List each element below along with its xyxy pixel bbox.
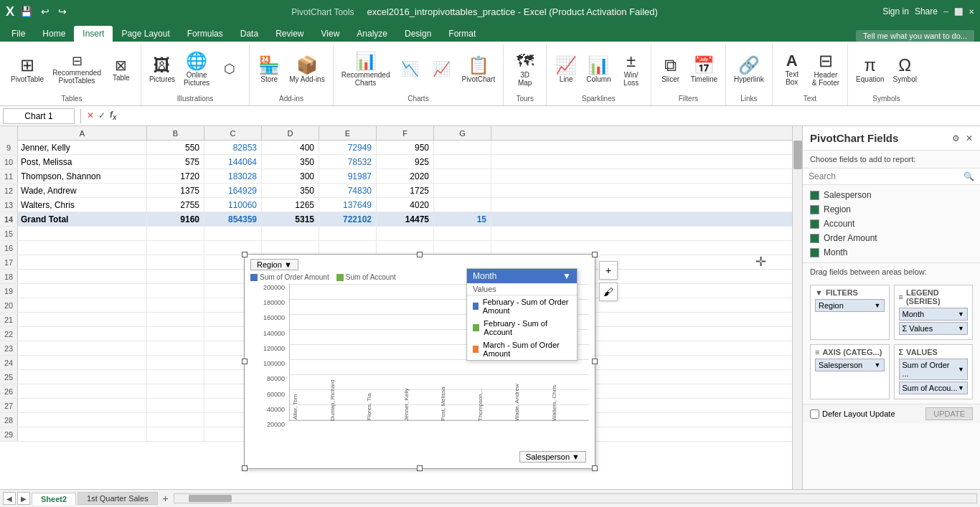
hyperlink-button[interactable]: 🔗 Hyperlink — [730, 55, 768, 85]
cell-14f[interactable]: 14475 — [377, 212, 434, 226]
tab-analyze[interactable]: Analyze — [348, 26, 396, 42]
rp-close-icon[interactable]: ✕ — [966, 133, 973, 143]
equation-button[interactable]: π Equation — [852, 55, 887, 85]
minimize-icon[interactable]: ─ — [943, 8, 948, 16]
pictures-button[interactable]: 🖼 Pictures — [146, 55, 179, 85]
cell-14b[interactable]: 9160 — [147, 212, 204, 226]
resize-handle-tc[interactable] — [417, 252, 423, 257]
cell-9a[interactable]: Jenner, Kelly — [18, 141, 147, 154]
cell-14d[interactable]: 5315 — [262, 212, 319, 226]
cell-14a[interactable]: Grand Total — [18, 212, 147, 226]
resize-handle-tl[interactable] — [242, 252, 248, 257]
dropdown-item-3[interactable]: March - Sum of Order Amount — [467, 338, 577, 360]
dropdown-filter-icon[interactable]: ▼ — [562, 271, 571, 281]
slicer-button[interactable]: ⧉ Slicer — [656, 55, 686, 85]
cell-13a[interactable]: Walters, Chris — [18, 198, 147, 212]
cancel-icon[interactable]: ✕ — [87, 110, 94, 120]
redo-icon[interactable]: ↪ — [58, 6, 67, 17]
shapes-button[interactable]: ⬡ — [215, 60, 245, 79]
cell-13c[interactable]: 110060 — [204, 198, 262, 212]
sheet-tab-1st-quarter[interactable]: 1st Quarter Sales — [77, 492, 158, 505]
region-filter-button[interactable]: Region ▼ — [250, 259, 298, 270]
cell-10a[interactable]: Post, Melissa — [18, 155, 147, 169]
cell-15a[interactable] — [18, 227, 147, 240]
tab-format[interactable]: Format — [440, 26, 484, 42]
rp-search-input[interactable] — [809, 171, 963, 181]
cell-9e[interactable]: 72949 — [319, 141, 377, 154]
store-button[interactable]: 🏪 Store — [254, 55, 284, 85]
cell-11b[interactable]: 1720 — [147, 169, 204, 183]
cell-12f[interactable]: 1725 — [377, 184, 434, 197]
filters-item-region[interactable]: Region ▼ — [815, 299, 885, 312]
cell-9d[interactable]: 400 — [262, 141, 319, 154]
cell-11a[interactable]: Thompson, Shannon — [18, 169, 147, 183]
field-account[interactable]: Account — [810, 217, 973, 231]
col-header-G[interactable]: G — [434, 126, 491, 141]
tab-view[interactable]: View — [313, 26, 349, 42]
axis-item-salesperson[interactable]: Salesperson ▼ — [815, 359, 885, 371]
resize-handle-mr[interactable] — [592, 359, 598, 364]
cell-14g[interactable]: 15 — [434, 212, 491, 226]
checkbox-order-amount[interactable] — [810, 234, 819, 243]
win-loss-button[interactable]: ± Win/Loss — [616, 50, 646, 89]
cell-9c[interactable]: 82853 — [204, 141, 262, 154]
defer-checkbox[interactable]: Defer Layout Update — [810, 409, 895, 419]
cell-11g[interactable] — [434, 169, 491, 183]
values-order-arrow[interactable]: ▼ — [958, 366, 964, 373]
close-icon[interactable]: ✕ — [969, 8, 974, 16]
cell-11d[interactable]: 300 — [262, 169, 319, 183]
cell-12b[interactable]: 1375 — [147, 184, 204, 197]
checkbox-salesperson[interactable] — [810, 191, 819, 200]
cell-10f[interactable]: 925 — [377, 155, 434, 169]
cell-12d[interactable]: 350 — [262, 184, 319, 197]
checkbox-month[interactable] — [810, 248, 819, 257]
col-header-D[interactable]: D — [262, 126, 319, 141]
pivottable-button[interactable]: ⊞ PivotTable — [7, 55, 47, 85]
tab-design[interactable]: Design — [396, 26, 440, 42]
cell-10c[interactable]: 144064 — [204, 155, 262, 169]
cell-10g[interactable] — [434, 155, 491, 169]
tab-formulas[interactable]: Formulas — [179, 26, 232, 42]
resize-handle-ml[interactable] — [242, 359, 248, 364]
cell-12c[interactable]: 164929 — [204, 184, 262, 197]
cell-11e[interactable]: 91987 — [319, 169, 377, 183]
legend-values-arrow[interactable]: ▼ — [958, 325, 964, 332]
cell-9f[interactable]: 950 — [377, 141, 434, 154]
add-sheet-button[interactable]: + — [159, 492, 172, 505]
cell-13e[interactable]: 137649 — [319, 198, 377, 212]
tab-page-layout[interactable]: Page Layout — [113, 26, 178, 42]
cell-11f[interactable]: 2020 — [377, 169, 434, 183]
line-chart-button[interactable]: 📈 — [426, 60, 456, 80]
tab-home[interactable]: Home — [34, 26, 74, 42]
cell-10e[interactable]: 78532 — [319, 155, 377, 169]
cell-10b[interactable]: 575 — [147, 155, 204, 169]
values-item-account[interactable]: Sum of Accou... ▼ — [899, 382, 969, 394]
cell-10d[interactable]: 350 — [262, 155, 319, 169]
tab-file[interactable]: File — [3, 26, 34, 42]
resize-handle-tr[interactable] — [592, 252, 598, 257]
cell-13g[interactable] — [434, 198, 491, 212]
col-header-F[interactable]: F — [377, 126, 434, 141]
confirm-icon[interactable]: ✓ — [98, 110, 105, 120]
col-header-E[interactable]: E — [319, 126, 377, 141]
field-month[interactable]: Month — [810, 245, 973, 260]
sheet-nav-right[interactable]: ▶ — [17, 492, 30, 505]
timeline-button[interactable]: 📅 Timeline — [687, 55, 721, 85]
resize-handle-bc[interactable] — [417, 465, 423, 471]
filters-region-arrow[interactable]: ▼ — [875, 302, 881, 309]
textbox-button[interactable]: A TextBox — [777, 51, 807, 88]
cell-13f[interactable]: 4020 — [377, 198, 434, 212]
chart-styles-button[interactable]: 🖌 — [599, 283, 618, 301]
checkbox-region[interactable] — [810, 205, 819, 214]
tab-data[interactable]: Data — [232, 26, 267, 42]
sheet-nav-left[interactable]: ◀ — [3, 492, 16, 505]
cell-14c[interactable]: 854359 — [204, 212, 262, 226]
cell-12a[interactable]: Wade, Andrew — [18, 184, 147, 197]
cell-11c[interactable]: 183028 — [204, 169, 262, 183]
cell-14e[interactable]: 722102 — [319, 212, 377, 226]
rp-settings-icon[interactable]: ⚙ — [952, 133, 960, 143]
col-header-B[interactable]: B — [147, 126, 204, 141]
tab-review[interactable]: Review — [267, 26, 312, 42]
column-chart-button[interactable]: 📉 — [395, 60, 425, 80]
dropdown-item-1[interactable]: February - Sum of Order Amount — [467, 295, 577, 317]
